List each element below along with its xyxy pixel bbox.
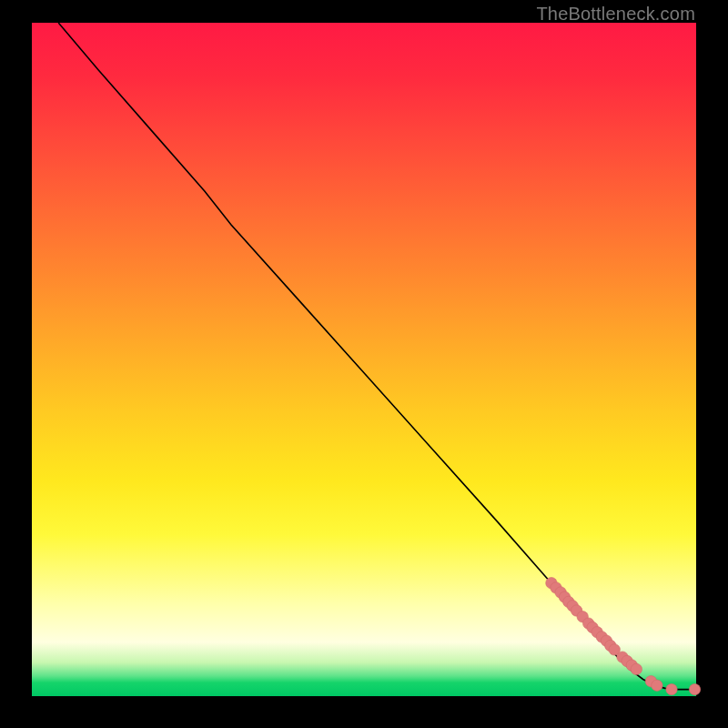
data-point-marker xyxy=(631,663,642,674)
chart-frame: TheBottleneck.com xyxy=(0,0,728,728)
curve-line xyxy=(58,23,696,690)
plot-area xyxy=(32,23,696,696)
data-point-marker xyxy=(666,683,677,694)
data-point-marker xyxy=(689,683,700,694)
data-point-marker xyxy=(652,680,662,691)
attribution-label: TheBottleneck.com xyxy=(536,4,695,25)
chart-svg xyxy=(32,23,696,696)
markers-group xyxy=(546,578,701,695)
